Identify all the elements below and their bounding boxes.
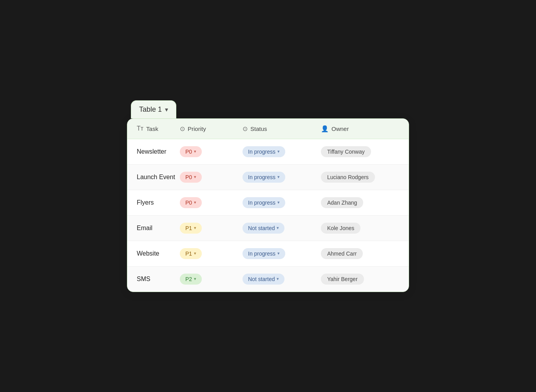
- owner-cell: Luciano Rodgers: [321, 172, 399, 183]
- status-cell: In progress ▾: [243, 146, 321, 157]
- owner-cell: Adan Zhang: [321, 197, 399, 208]
- priority-cell: P0 ▾: [180, 146, 243, 157]
- priority-chevron-icon: ▾: [194, 200, 196, 205]
- owner-badge: Kole Jones: [321, 223, 360, 234]
- table-row: Email P1 ▾ Not started ▾ Kole Jones: [127, 216, 409, 241]
- status-chevron-icon: ▾: [277, 149, 280, 154]
- header-owner[interactable]: 👤 Owner: [321, 125, 399, 132]
- table-row: Flyers P0 ▾ In progress ▾ Adan Zhang: [127, 190, 409, 216]
- owner-cell: Kole Jones: [321, 223, 399, 234]
- status-chevron-icon: ▾: [277, 225, 279, 230]
- priority-badge[interactable]: P1 ▾: [180, 223, 202, 234]
- status-chevron-icon: ▾: [277, 276, 279, 281]
- owner-badge: Luciano Rodgers: [321, 172, 375, 183]
- priority-badge[interactable]: P0 ▾: [180, 197, 202, 208]
- task-name: Email: [137, 225, 180, 232]
- priority-badge[interactable]: P2 ▾: [180, 274, 202, 285]
- status-cell: Not started ▾: [243, 223, 321, 234]
- owner-badge: Yahir Berger: [321, 274, 364, 285]
- status-cell: In progress ▾: [243, 172, 321, 183]
- priority-badge[interactable]: P0 ▾: [180, 146, 202, 157]
- priority-chevron-icon: ▾: [194, 225, 196, 230]
- task-name: SMS: [137, 276, 180, 283]
- status-cell: In progress ▾: [243, 197, 321, 208]
- status-chevron-icon: ▾: [277, 174, 280, 180]
- status-badge[interactable]: Not started ▾: [243, 274, 284, 285]
- table-tab[interactable]: Table 1 ▾: [131, 100, 176, 118]
- table-row: Launch Event P0 ▾ In progress ▾ Luciano …: [127, 165, 409, 190]
- priority-cell: P0 ▾: [180, 197, 243, 208]
- owner-badge: Ahmed Carr: [321, 248, 363, 259]
- priority-cell: P1 ▾: [180, 223, 243, 234]
- owner-cell: Ahmed Carr: [321, 248, 399, 259]
- priority-chevron-icon: ▾: [194, 174, 196, 180]
- owner-icon: 👤: [321, 125, 329, 132]
- owner-cell: Yahir Berger: [321, 274, 399, 285]
- status-badge[interactable]: In progress ▾: [243, 248, 285, 259]
- header-task-label: Task: [146, 125, 158, 132]
- priority-cell: P1 ▾: [180, 248, 243, 259]
- priority-badge[interactable]: P0 ▾: [180, 172, 202, 183]
- status-chevron-icon: ▾: [277, 251, 280, 256]
- status-cell: In progress ▾: [243, 248, 321, 259]
- priority-cell: P0 ▾: [180, 172, 243, 183]
- task-name: Flyers: [137, 199, 180, 206]
- owner-badge: Adan Zhang: [321, 197, 363, 208]
- priority-badge[interactable]: P1 ▾: [180, 248, 202, 259]
- owner-badge: Tiffany Conway: [321, 146, 371, 157]
- priority-chevron-icon: ▾: [194, 276, 196, 281]
- priority-chevron-icon: ▾: [194, 251, 196, 256]
- header-owner-label: Owner: [331, 125, 349, 132]
- status-badge[interactable]: In progress ▾: [243, 172, 285, 183]
- status-badge[interactable]: In progress ▾: [243, 146, 285, 157]
- priority-chevron-icon: ▾: [194, 149, 196, 154]
- status-filter-icon: ⊙: [243, 125, 248, 132]
- tab-chevron-icon: ▾: [165, 106, 168, 113]
- status-badge[interactable]: In progress ▾: [243, 197, 285, 208]
- status-badge[interactable]: Not started ▾: [243, 223, 284, 234]
- task-name: Launch Event: [137, 174, 180, 181]
- status-cell: Not started ▾: [243, 274, 321, 285]
- priority-cell: P2 ▾: [180, 274, 243, 285]
- header-status[interactable]: ⊙ Status: [243, 125, 321, 132]
- card-wrapper: Table 1 ▾ Tт Task ⊙ Priority ⊙ Status 👤 …: [127, 100, 409, 292]
- status-chevron-icon: ▾: [277, 200, 280, 205]
- table-body: Newsletter P0 ▾ In progress ▾ Tiffany Co…: [127, 139, 409, 292]
- priority-filter-icon: ⊙: [180, 125, 185, 132]
- tab-label: Table 1: [139, 105, 162, 114]
- table-row: Newsletter P0 ▾ In progress ▾ Tiffany Co…: [127, 139, 409, 165]
- task-name: Website: [137, 250, 180, 257]
- table-card: Tт Task ⊙ Priority ⊙ Status 👤 Owner News…: [127, 118, 409, 292]
- table-row: SMS P2 ▾ Not started ▾ Yahir Berger: [127, 267, 409, 292]
- header-priority-label: Priority: [188, 125, 206, 132]
- task-name: Newsletter: [137, 148, 180, 155]
- task-type-icon: Tт: [137, 125, 143, 132]
- header-priority[interactable]: ⊙ Priority: [180, 125, 243, 132]
- table-row: Website P1 ▾ In progress ▾ Ahmed Carr: [127, 241, 409, 267]
- header-task: Tт Task: [137, 125, 180, 132]
- table-header: Tт Task ⊙ Priority ⊙ Status 👤 Owner: [127, 119, 409, 139]
- owner-cell: Tiffany Conway: [321, 146, 399, 157]
- header-status-label: Status: [250, 125, 267, 132]
